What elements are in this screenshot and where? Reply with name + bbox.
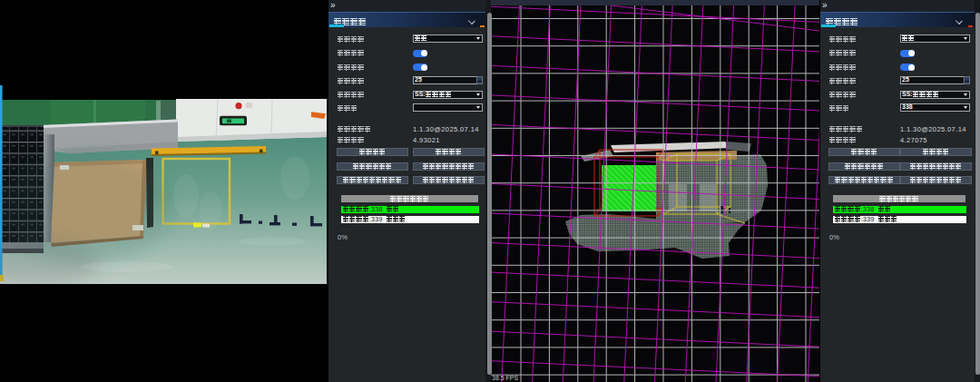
svg-text:38.5 FPS: 38.5 FPS — [492, 375, 519, 381]
